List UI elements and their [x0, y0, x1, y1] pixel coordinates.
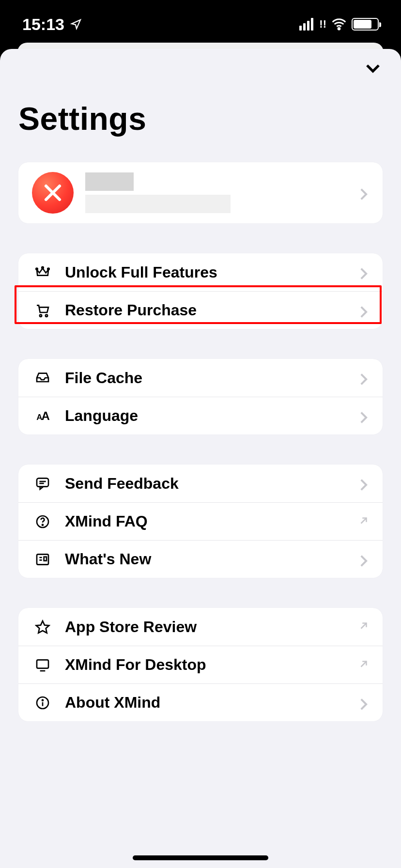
- signal-exclaim-icon: !!: [319, 18, 326, 31]
- row-label: XMind FAQ: [65, 512, 358, 530]
- dismiss-button[interactable]: [361, 57, 385, 80]
- status-right: !!: [299, 16, 379, 32]
- home-indicator[interactable]: [133, 855, 268, 860]
- text-size-icon: AA: [32, 409, 53, 423]
- row-label: XMind For Desktop: [65, 656, 358, 674]
- svg-marker-15: [36, 621, 49, 633]
- row-label: About XMind: [65, 694, 359, 712]
- send-feedback-row[interactable]: Send Feedback: [18, 465, 383, 502]
- page-title: Settings: [18, 100, 401, 137]
- account-info-redacted: [85, 172, 231, 213]
- xmind-for-desktop-row[interactable]: XMind For Desktop: [18, 646, 383, 683]
- row-label: App Store Review: [65, 618, 358, 636]
- chevron-right-icon: [359, 698, 369, 708]
- svg-rect-6: [37, 478, 48, 486]
- row-label: Unlock Full Features: [65, 264, 359, 281]
- chevron-right-icon: [359, 188, 369, 198]
- svg-point-10: [42, 524, 43, 525]
- help-section: Send Feedback XMind FAQ What's New: [18, 465, 383, 578]
- chevron-right-icon: [359, 373, 369, 383]
- app-store-review-row[interactable]: App Store Review: [18, 608, 383, 646]
- whats-new-row[interactable]: What's New: [18, 540, 383, 578]
- about-section: App Store Review XMind For Desktop About…: [18, 608, 383, 721]
- row-label: Language: [65, 407, 359, 425]
- svg-point-4: [40, 314, 42, 316]
- clock: 15:13: [22, 15, 64, 34]
- row-label: What's New: [65, 550, 359, 568]
- cart-icon: [32, 303, 53, 318]
- row-label: Send Feedback: [65, 475, 359, 493]
- chevron-right-icon: [359, 479, 369, 488]
- external-link-icon: [358, 515, 369, 528]
- location-arrow-icon: [70, 18, 82, 30]
- about-xmind-row[interactable]: About XMind: [18, 683, 383, 721]
- svg-rect-14: [44, 557, 46, 560]
- crown-icon: [32, 264, 53, 280]
- xmind-faq-row[interactable]: XMind FAQ: [18, 502, 383, 540]
- speech-bubble-icon: [32, 476, 53, 491]
- external-link-icon: [358, 620, 369, 633]
- wifi-icon: [331, 16, 347, 32]
- svg-rect-16: [37, 660, 48, 668]
- settings-sheet: Settings Unlock Full Features Restore Pu…: [0, 49, 401, 868]
- star-icon: [32, 619, 53, 635]
- inbox-icon: [32, 370, 53, 386]
- preferences-section: File Cache AA Language: [18, 359, 383, 434]
- svg-point-5: [46, 314, 47, 316]
- account-row[interactable]: [18, 162, 383, 223]
- app-logo-icon: [32, 172, 74, 214]
- cellular-signal-icon: [299, 18, 313, 31]
- unlock-full-features-row[interactable]: Unlock Full Features: [18, 253, 383, 291]
- info-circle-icon: [32, 695, 53, 711]
- chevron-right-icon: [359, 411, 369, 421]
- purchase-section: Unlock Full Features Restore Purchase: [18, 253, 383, 329]
- file-cache-row[interactable]: File Cache: [18, 359, 383, 397]
- chevron-right-icon: [359, 267, 369, 277]
- chevron-right-icon: [359, 555, 369, 564]
- row-label: File Cache: [65, 369, 359, 387]
- chevron-down-icon: [364, 60, 382, 77]
- restore-purchase-row[interactable]: Restore Purchase: [18, 291, 383, 329]
- svg-point-19: [42, 699, 43, 700]
- svg-point-0: [338, 28, 340, 30]
- question-circle-icon: [32, 514, 53, 529]
- chevron-right-icon: [359, 306, 369, 315]
- status-left: 15:13: [22, 15, 82, 34]
- language-row[interactable]: AA Language: [18, 397, 383, 434]
- external-link-icon: [358, 659, 369, 671]
- status-bar: 15:13 !!: [0, 0, 401, 48]
- row-label: Restore Purchase: [65, 301, 359, 319]
- battery-icon: [352, 18, 379, 31]
- monitor-icon: [32, 657, 53, 673]
- news-icon: [32, 552, 53, 567]
